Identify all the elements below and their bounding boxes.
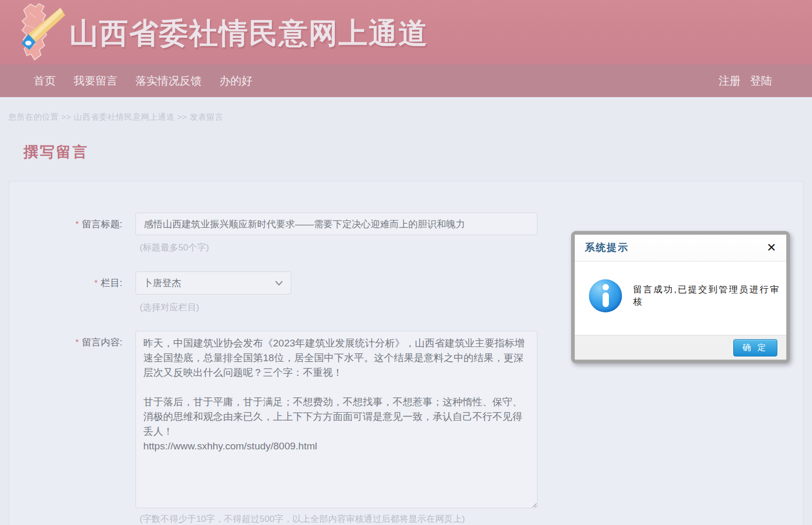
- required-asterisk: *: [94, 279, 98, 288]
- column-label: *栏目:: [0, 277, 122, 289]
- nav-item-home[interactable]: 首页: [34, 74, 56, 88]
- dialog-header: 系统提示 ✕: [575, 235, 786, 261]
- info-icon-dot: [603, 284, 609, 290]
- required-asterisk: *: [76, 220, 79, 229]
- site-logo[interactable]: [8, 2, 67, 63]
- nav-left-group: 首页 我要留言 落实情况反馈 办的好: [34, 74, 252, 88]
- site-title: 山西省委社情民意网上通道: [69, 14, 428, 53]
- message-title-input[interactable]: [135, 213, 537, 235]
- site-header: 山西省委社情民意网上通道: [0, 0, 812, 65]
- message-title-hint: (标题最多50个字): [140, 242, 209, 254]
- message-content-hint: (字数不得少于10字，不得超过500字，以上全部内容审核通过后都将显示在网页上): [140, 513, 465, 525]
- nav-item-well-done[interactable]: 办的好: [219, 74, 252, 88]
- info-icon-bar: [603, 292, 609, 307]
- login-link[interactable]: 登陆: [750, 74, 772, 88]
- info-icon: [589, 279, 622, 312]
- main-nav: 首页 我要留言 落实情况反馈 办的好 注册 登陆: [0, 65, 812, 97]
- chevron-down-icon: [275, 279, 283, 288]
- column-select[interactable]: 卜唐登杰: [135, 271, 291, 295]
- dialog-title: 系统提示: [585, 241, 629, 255]
- nav-right-group: 注册 登陆: [719, 74, 772, 88]
- nav-item-leave-message[interactable]: 我要留言: [73, 74, 118, 88]
- message-content-textarea[interactable]: 昨天，中国建筑业协会发布《2023年建筑业发展统计分析》，山西省建筑业主要指标增…: [135, 331, 537, 508]
- message-title-label: *留言标题:: [0, 218, 122, 230]
- required-asterisk: *: [76, 338, 79, 347]
- system-prompt-dialog: 系统提示 ✕ 留言成功,已提交到管理员进行审核 确 定: [571, 231, 790, 363]
- pencil-nib-dot: [25, 40, 31, 45]
- close-icon[interactable]: ✕: [767, 242, 776, 254]
- ok-button[interactable]: 确 定: [733, 339, 777, 356]
- breadcrumb: 您所在的位置 >> 山西省委社情民意网上通道 >> 发表留言: [0, 97, 812, 123]
- dialog-body: 留言成功,已提交到管理员进行审核: [575, 261, 786, 335]
- nav-item-feedback[interactable]: 落实情况反馈: [135, 74, 202, 88]
- page-title: 撰写留言: [24, 142, 812, 162]
- register-link[interactable]: 注册: [719, 74, 741, 88]
- dialog-footer: 确 定: [575, 335, 786, 360]
- column-select-value: 卜唐登杰: [143, 277, 181, 289]
- column-hint: (选择对应栏目): [140, 301, 199, 313]
- dialog-message: 留言成功,已提交到管理员进行审核: [633, 284, 782, 308]
- message-content-label: *留言内容:: [0, 336, 122, 349]
